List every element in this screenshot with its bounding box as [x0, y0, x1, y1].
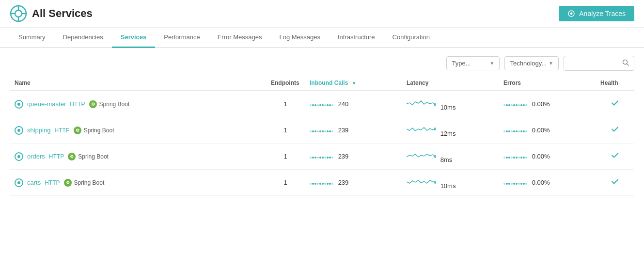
cell-health [596, 117, 634, 143]
health-check-icon [610, 179, 620, 189]
health-check-icon [610, 153, 620, 162]
errors-value: 0.00% [532, 179, 550, 186]
cell-inbound-calls: 240 [305, 91, 402, 117]
col-inbound-calls[interactable]: Inbound Calls ▼ [305, 76, 402, 91]
protocol-badge: HTTP [49, 153, 64, 160]
errors-value: 0.00% [532, 153, 550, 160]
table-body: queue-master HTTP ⚙ Spring Boot 1 240 10… [10, 91, 634, 196]
app-title: All Services [32, 7, 93, 20]
inbound-calls-value: 240 [338, 100, 349, 108]
cell-errors: 0.00% [499, 143, 596, 170]
cell-endpoints: 1 [266, 117, 305, 143]
service-dot-inner [17, 129, 20, 132]
inbound-calls-value: 239 [338, 127, 349, 134]
latency-sparkline [407, 182, 436, 190]
inbound-calls-value: 239 [338, 153, 349, 160]
search-box[interactable] [564, 56, 634, 71]
header-left: All Services [10, 5, 93, 22]
cell-endpoints: 1 [266, 170, 305, 196]
springboot-icon: ⚙ [89, 100, 97, 108]
table-header: Name Endpoints Inbound Calls ▼ Latency E… [10, 76, 634, 91]
errors-value: 0.00% [532, 100, 550, 108]
service-dot [15, 100, 23, 109]
technology-filter[interactable]: Technology... ▼ [504, 56, 559, 70]
cell-name-shipping: shipping HTTP ⚙ Spring Boot [10, 117, 266, 143]
type-filter-chevron: ▼ [490, 61, 495, 66]
cell-errors: 0.00% [499, 170, 596, 196]
service-link-shipping[interactable]: shipping [27, 127, 50, 134]
tech-label: Spring Boot [74, 179, 105, 186]
cell-errors: 0.00% [499, 117, 596, 143]
service-dot [15, 152, 23, 161]
traces-icon [567, 10, 575, 17]
cell-health [596, 170, 634, 196]
col-latency: Latency [402, 76, 499, 91]
cell-errors: 0.00% [499, 91, 596, 117]
latency-value: 10ms [440, 104, 456, 111]
springboot-icon: ⚙ [64, 179, 72, 187]
search-icon [622, 59, 629, 67]
nav-tabs: Summary Dependencies Services Performanc… [0, 28, 644, 48]
tab-dependencies[interactable]: Dependencies [54, 28, 112, 48]
cell-latency: 10ms [402, 170, 499, 196]
service-dot [15, 178, 23, 187]
springboot-icon: ⚙ [74, 127, 81, 134]
search-input[interactable] [569, 60, 622, 67]
type-filter[interactable]: Type... ▼ [446, 56, 500, 70]
tech-label: Spring Boot [84, 127, 114, 134]
health-check-icon [610, 127, 620, 136]
health-check-icon [610, 100, 620, 110]
cell-name-carts: carts HTTP ⚙ Spring Boot [10, 170, 266, 196]
tech-badge: ⚙ Spring Boot [74, 127, 114, 134]
tech-label: Spring Boot [99, 101, 130, 108]
service-link-orders[interactable]: orders [27, 153, 45, 160]
analyze-traces-button[interactable]: Analyze Traces [559, 6, 634, 21]
cell-inbound-calls: 239 [305, 143, 402, 170]
header: All Services Analyze Traces [0, 0, 644, 28]
app-icon [10, 5, 27, 22]
tab-log-messages[interactable]: Log Messages [270, 28, 329, 48]
cell-name-queue-master: queue-master HTTP ⚙ Spring Boot [10, 91, 266, 117]
tech-badge: ⚙ Spring Boot [68, 153, 109, 160]
latency-value: 12ms [440, 130, 456, 137]
tab-error-messages[interactable]: Error Messages [209, 28, 271, 48]
latency-sparkline [407, 104, 436, 111]
table-row: queue-master HTTP ⚙ Spring Boot 1 240 10… [10, 91, 634, 117]
cell-health [596, 143, 634, 170]
cell-inbound-calls: 239 [305, 170, 402, 196]
protocol-badge: HTTP [45, 179, 60, 186]
services-table: Name Endpoints Inbound Calls ▼ Latency E… [10, 76, 634, 196]
cell-health [596, 91, 634, 117]
technology-filter-chevron: ▼ [549, 61, 553, 66]
tech-badge: ⚙ Spring Boot [89, 100, 130, 108]
tech-badge: ⚙ Spring Boot [64, 179, 105, 187]
service-link-queue-master[interactable]: queue-master [27, 100, 66, 108]
tab-performance[interactable]: Performance [155, 28, 208, 48]
cell-latency: 10ms [402, 91, 499, 117]
service-dot-inner [17, 103, 20, 106]
svg-line-8 [627, 64, 629, 66]
col-errors: Errors [499, 76, 596, 91]
tab-configuration[interactable]: Configuration [384, 28, 439, 48]
svg-point-1 [15, 10, 22, 17]
service-dot-inner [17, 155, 20, 158]
tab-infrastructure[interactable]: Infrastructure [329, 28, 384, 48]
latency-value: 10ms [440, 182, 456, 190]
protocol-badge: HTTP [70, 101, 85, 108]
svg-point-10 [434, 128, 436, 130]
table-row: carts HTTP ⚙ Spring Boot 1 239 10ms 0.00… [10, 170, 634, 196]
service-dot [15, 126, 23, 135]
inbound-calls-value: 239 [338, 179, 349, 186]
tab-services[interactable]: Services [112, 28, 156, 48]
latency-sparkline [407, 130, 436, 137]
cell-endpoints: 1 [266, 143, 305, 170]
service-dot-inner [17, 181, 20, 184]
cell-latency: 12ms [402, 117, 499, 143]
service-link-carts[interactable]: carts [27, 179, 41, 186]
tab-summary[interactable]: Summary [10, 28, 54, 48]
col-endpoints: Endpoints [266, 76, 305, 91]
toolbar: Type... ▼ Technology... ▼ [0, 48, 644, 76]
errors-value: 0.00% [532, 127, 550, 134]
services-table-container: Name Endpoints Inbound Calls ▼ Latency E… [0, 76, 644, 196]
svg-point-12 [434, 181, 436, 184]
